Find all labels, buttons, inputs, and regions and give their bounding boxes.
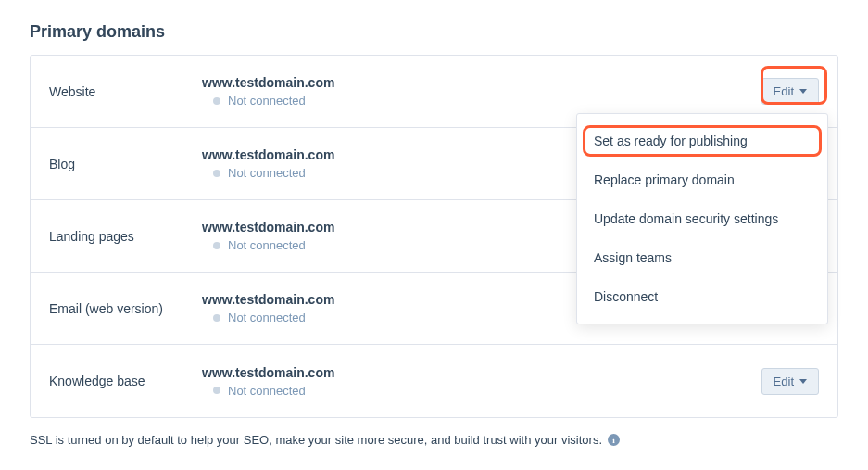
chevron-down-icon — [799, 379, 807, 384]
status-dot-icon — [213, 97, 220, 105]
section-title: Primary domains — [30, 22, 838, 42]
ssl-footer-note: SSL is turned on by default to help your… — [30, 433, 838, 447]
info-icon[interactable]: i — [608, 434, 620, 446]
status-text: Not connected — [228, 166, 306, 180]
status-text: Not connected — [228, 311, 306, 324]
primary-domains-table: Websitewww.testdomain.comNot connectedEd… — [30, 55, 838, 418]
dropdown-item-label: Update domain security settings — [594, 211, 778, 226]
domain-status: Not connected — [202, 384, 761, 398]
row-type-label: Landing pages — [49, 229, 202, 244]
dropdown-item-label: Replace primary domain — [594, 172, 735, 187]
edit-button[interactable]: Edit — [761, 78, 819, 105]
status-dot-icon — [213, 387, 220, 394]
status-text: Not connected — [228, 384, 306, 398]
dropdown-item-label: Set as ready for publishing — [594, 133, 748, 148]
status-text: Not connected — [228, 238, 306, 252]
status-dot-icon — [213, 170, 220, 177]
dropdown-item[interactable]: Disconnect — [577, 277, 827, 316]
status-dot-icon — [213, 314, 220, 322]
row-type-label: Email (web version) — [49, 301, 202, 316]
domain-name: www.testdomain.com — [202, 365, 761, 380]
domain-row: Websitewww.testdomain.comNot connectedEd… — [31, 56, 837, 128]
chevron-down-icon — [799, 89, 807, 94]
dropdown-item[interactable]: Set as ready for publishing — [577, 121, 827, 160]
dropdown-item[interactable]: Update domain security settings — [577, 199, 827, 238]
edit-dropdown-menu: Set as ready for publishingReplace prima… — [576, 113, 828, 324]
dropdown-item-label: Assign teams — [594, 250, 672, 265]
dropdown-item-label: Disconnect — [594, 289, 658, 304]
domain-name: www.testdomain.com — [202, 75, 761, 90]
edit-button-label: Edit — [774, 84, 794, 98]
status-text: Not connected — [228, 94, 306, 108]
ssl-footer-text: SSL is turned on by default to help your… — [30, 433, 602, 447]
dropdown-item[interactable]: Assign teams — [577, 238, 827, 277]
status-dot-icon — [213, 242, 220, 249]
edit-button-label: Edit — [774, 375, 794, 388]
row-type-label: Knowledge base — [49, 374, 202, 388]
row-domain-block: www.testdomain.comNot connected — [202, 365, 761, 398]
row-type-label: Website — [49, 84, 202, 99]
row-domain-block: www.testdomain.comNot connected — [202, 75, 761, 108]
edit-button[interactable]: Edit — [761, 368, 819, 395]
dropdown-item[interactable]: Replace primary domain — [577, 160, 827, 199]
row-type-label: Blog — [49, 157, 202, 171]
domain-status: Not connected — [202, 94, 761, 108]
domain-row: Knowledge basewww.testdomain.comNot conn… — [31, 345, 837, 417]
